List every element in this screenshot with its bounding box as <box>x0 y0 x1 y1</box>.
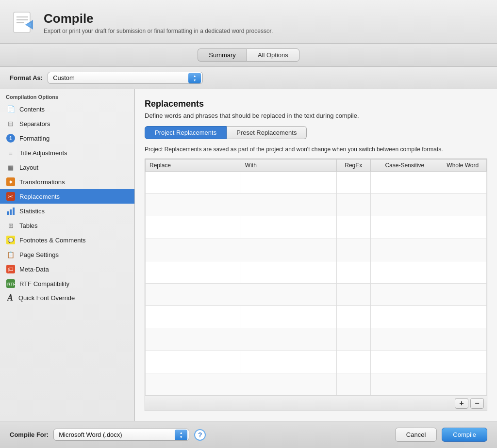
compile-for-label: Compile For: <box>10 431 49 438</box>
sidebar-item-label: Title Adjustments <box>19 149 67 157</box>
table-row <box>146 373 487 395</box>
format-select[interactable]: Custom Default Manuscript (Courier) Pape… <box>48 72 203 84</box>
sidebar-item-meta-data[interactable]: 🏷 Meta-Data <box>0 262 134 276</box>
rtf-icon: RTF <box>6 279 16 288</box>
compile-for-select[interactable]: Microsoft Word (.docx) PDF Rich Text For… <box>53 429 189 441</box>
compile-for-select-wrapper: Microsoft Word (.docx) PDF Rich Text For… <box>53 429 189 441</box>
sidebar-item-label: Page Settings <box>19 251 59 258</box>
replacements-table: Replace With RegEx Case-Sensitive Whole … <box>145 159 487 396</box>
col-whole-word: Whole Word <box>439 160 486 172</box>
sidebar-item-formatting[interactable]: 1 Formatting <box>0 131 134 145</box>
replacements-table-wrapper: Replace With RegEx Case-Sensitive Whole … <box>145 159 487 411</box>
transformations-icon: ✦ <box>6 177 16 187</box>
table-row <box>146 306 487 328</box>
content-description: Define words and phrases that should be … <box>145 112 487 119</box>
formatting-icon: 1 <box>6 133 16 143</box>
sidebar-item-page-settings[interactable]: 📋 Page Settings <box>0 247 134 262</box>
sidebar-item-label: Formatting <box>19 135 50 142</box>
sub-tab-preset-replacements[interactable]: Preset Replacements <box>227 126 307 139</box>
metadata-icon: 🏷 <box>6 264 16 274</box>
table-row <box>146 261 487 283</box>
svg-text:✦: ✦ <box>8 179 13 186</box>
sidebar-item-label: Quick Font Override <box>18 294 75 302</box>
replacements-icon: ✂ <box>6 192 16 201</box>
tab-bar: Summary All Options <box>0 44 497 67</box>
sidebar: Compilation Options 📄 Contents ⊟ Separat… <box>0 89 135 421</box>
sidebar-item-label: Statistics <box>19 208 45 215</box>
content-title: Replacements <box>145 99 487 109</box>
sub-tab-project-replacements[interactable]: Project Replacements <box>145 126 227 139</box>
sidebar-item-title-adjustments[interactable]: ≡ Title Adjustments <box>0 145 134 160</box>
sidebar-header: Compilation Options <box>0 91 134 102</box>
svg-rect-12 <box>10 209 12 215</box>
table-row <box>146 172 487 194</box>
sidebar-item-label: Layout <box>19 164 38 171</box>
svg-text:🏷: 🏷 <box>7 266 14 273</box>
header: Compile Export or print your draft for s… <box>0 0 497 44</box>
tables-icon: ⊞ <box>6 221 16 230</box>
tab-summary[interactable]: Summary <box>198 48 247 62</box>
help-button[interactable]: ? <box>194 429 206 441</box>
col-replace: Replace <box>146 160 241 172</box>
table-row <box>146 328 487 351</box>
sidebar-item-replacements[interactable]: ✂ Replacements <box>0 189 134 204</box>
table-row <box>146 351 487 373</box>
svg-text:✂: ✂ <box>8 193 13 200</box>
svg-rect-13 <box>13 208 15 215</box>
separators-icon: ⊟ <box>6 119 16 128</box>
table-controls: + − <box>145 396 487 411</box>
sidebar-item-contents[interactable]: 📄 Contents <box>0 102 134 116</box>
sidebar-item-tables[interactable]: ⊞ Tables <box>0 218 134 233</box>
sidebar-item-label: Replacements <box>19 193 60 200</box>
svg-rect-11 <box>7 211 9 215</box>
sidebar-item-rtf-compatibility[interactable]: RTF RTF Compatibility <box>0 276 134 291</box>
title-adjustments-icon: ≡ <box>6 148 16 158</box>
main-content: Compilation Options 📄 Contents ⊟ Separat… <box>0 89 497 421</box>
sidebar-item-label: Contents <box>19 106 45 113</box>
sidebar-item-footnotes-comments[interactable]: 💬 Footnotes & Comments <box>0 233 134 247</box>
bottom-bar: Compile For: Microsoft Word (.docx) PDF … <box>0 421 497 448</box>
format-select-wrapper: Custom Default Manuscript (Courier) Pape… <box>48 72 203 84</box>
sidebar-item-statistics[interactable]: Statistics <box>0 204 134 218</box>
statistics-icon <box>6 206 16 216</box>
layout-icon: ▦ <box>6 162 16 172</box>
cancel-button[interactable]: Cancel <box>395 428 437 442</box>
table-row <box>146 194 487 216</box>
table-row <box>146 283 487 305</box>
col-regex: RegEx <box>336 160 370 172</box>
sidebar-item-label: Footnotes & Comments <box>19 237 86 244</box>
add-replacement-button[interactable]: + <box>455 398 468 409</box>
project-replacements-note: Project Replacements are saved as part o… <box>145 145 487 154</box>
svg-text:RTF: RTF <box>7 282 15 287</box>
sidebar-item-transformations[interactable]: ✦ Transformations <box>0 175 134 189</box>
col-with: With <box>241 160 336 172</box>
sidebar-item-quick-font-override[interactable]: A Quick Font Override <box>0 291 134 304</box>
remove-replacement-button[interactable]: − <box>470 398 484 409</box>
col-case-sensitive: Case-Sensitive <box>370 160 439 172</box>
sidebar-item-label: Transformations <box>19 178 65 186</box>
page-settings-icon: 📋 <box>6 250 16 259</box>
font-icon: A <box>6 293 15 302</box>
content-panel: Replacements Define words and phrases th… <box>135 89 497 421</box>
sidebar-item-label: Meta-Data <box>19 266 49 273</box>
tab-all-options[interactable]: All Options <box>247 48 299 62</box>
sidebar-item-label: Separators <box>19 120 50 128</box>
bottom-action-buttons: Cancel Compile <box>395 428 487 442</box>
table-row <box>146 239 487 261</box>
compile-button[interactable]: Compile <box>442 428 487 442</box>
format-bar: Format As: Custom Default Manuscript (Co… <box>0 67 497 89</box>
svg-rect-1 <box>15 13 29 32</box>
footnotes-icon: 💬 <box>6 235 16 245</box>
app-description: Export or print your draft for submissio… <box>44 28 273 34</box>
app-title: Compile <box>44 11 273 26</box>
sidebar-item-label: Tables <box>19 222 38 229</box>
sidebar-item-layout[interactable]: ▦ Layout <box>0 160 134 175</box>
table-row <box>146 216 487 239</box>
compile-icon <box>10 9 37 36</box>
sidebar-item-separators[interactable]: ⊟ Separators <box>0 116 134 131</box>
sub-tab-bar: Project Replacements Preset Replacements <box>145 126 487 139</box>
format-as-label: Format As: <box>10 74 43 81</box>
header-text: Compile Export or print your draft for s… <box>44 11 273 34</box>
compile-for-row: Compile For: Microsoft Word (.docx) PDF … <box>10 429 206 441</box>
sidebar-item-label: RTF Compatibility <box>19 280 69 288</box>
